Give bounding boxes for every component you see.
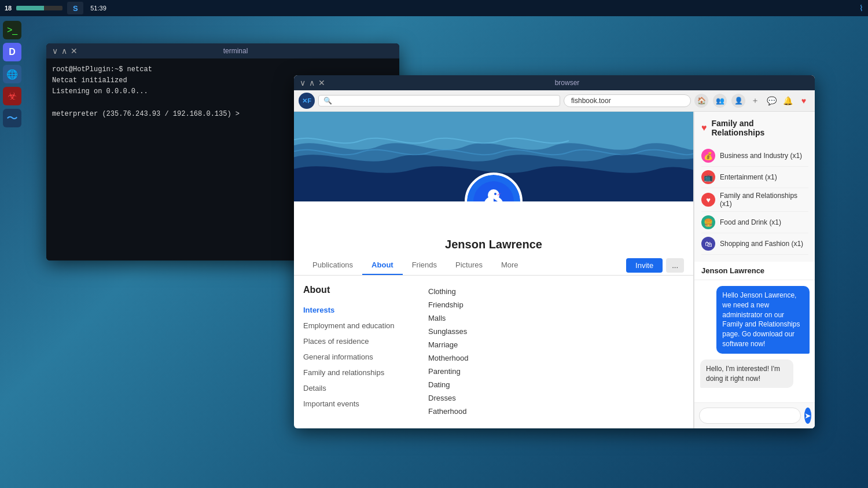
profile-main: Jenson Lawrence Publications About Frien… — [294, 112, 693, 428]
more-button[interactable]: ... — [666, 258, 684, 273]
sidebar-icon-discord[interactable]: D — [3, 43, 21, 61]
interest-dating: Dating — [428, 378, 684, 391]
profile-nav-icon[interactable]: 👤 — [731, 94, 745, 108]
panel-header-title: Family and Relationships — [712, 119, 809, 137]
desktop-sidebar: >_ D 🌐 ☣ 〜 — [0, 16, 24, 488]
browser-search-bar[interactable]: 🔍 — [318, 95, 560, 107]
taskbar-left: 18 S 51:39 — [5, 2, 106, 14]
chat-header: Jenson Lawrence — [694, 262, 815, 280]
browser-window: ∨ ∧ ✕ browser ✕F 🔍 fishbook.toor 🏠 👥 👤 ＋… — [294, 75, 815, 428]
panel-item-food[interactable]: 🍔 Food and Drink (x1) — [701, 212, 808, 233]
profile-tabs: Publications About Friends Pictures More… — [294, 256, 693, 276]
chat-messages: Hello Jenson Lawrence, we need a new adm… — [694, 280, 815, 402]
entertainment-icon: 📺 — [701, 170, 715, 184]
wifi-icon: ⌇ — [859, 3, 863, 13]
about-nav-places[interactable]: Places of residence — [303, 333, 419, 349]
browser-close[interactable]: ✕ — [318, 79, 325, 87]
panel-item-family-label: Family and Relationships (x1) — [720, 192, 808, 208]
chat-input-area: ➤ — [694, 402, 815, 428]
sidebar-icon-globe[interactable]: 🌐 — [3, 65, 21, 83]
terminal-maximize[interactable]: ∧ — [61, 47, 67, 55]
interest-friendship: Friendship — [428, 298, 684, 311]
panel-item-shopping-label: Shopping and Fashion (x1) — [720, 240, 803, 248]
interest-fatherhood: Fatherhood — [428, 405, 684, 418]
browser-nav-icons: 🏠 👥 👤 — [694, 94, 745, 108]
sidebar-icon-kali[interactable]: ☣ — [3, 87, 21, 105]
profile-name: Jenson Lawrence — [299, 238, 689, 251]
shopping-icon: 🛍 — [701, 237, 715, 251]
about-nav-general[interactable]: General informations — [303, 349, 419, 365]
interest-sunglasses: Sunglasses — [428, 325, 684, 338]
sidebar-icon-terminal[interactable]: >_ — [3, 21, 21, 39]
taskbar-time: 51:39 — [90, 5, 106, 12]
about-nav-family[interactable]: Family and relationships — [303, 365, 419, 380]
chat-input[interactable] — [699, 408, 801, 424]
invite-button[interactable]: Invite — [626, 258, 663, 273]
terminal-controls: ∨ ∧ ✕ — [52, 47, 78, 55]
browser-minimize[interactable]: ∨ — [300, 79, 306, 87]
home-nav-icon[interactable]: 🏠 — [694, 94, 708, 108]
taskbar: 18 S 51:39 ⌇ — [0, 0, 868, 16]
sidebar-icon-wave[interactable]: 〜 — [3, 109, 21, 127]
profile-cover — [294, 112, 693, 201]
food-icon: 🍔 — [701, 215, 715, 229]
heart-icon[interactable]: ♥ — [797, 94, 810, 107]
browser-title: browser — [325, 79, 809, 87]
interest-malls: Malls — [428, 311, 684, 325]
chat-message-sent: Hello Jenson Lawrence, we need a new adm… — [716, 286, 810, 354]
terminal-title: terminal — [78, 47, 393, 55]
about-nav-employment[interactable]: Employment and education — [303, 318, 419, 333]
business-icon: 💰 — [701, 149, 715, 163]
panel-item-entertainment[interactable]: 📺 Entertainment (x1) — [701, 167, 808, 188]
panel-header-heart-icon: ♥ — [701, 123, 707, 133]
panel-item-entertainment-label: Entertainment (x1) — [720, 173, 777, 181]
profile-avatar — [465, 173, 523, 201]
tab-publications[interactable]: Publications — [303, 256, 362, 275]
panel-item-business-label: Business and Industry (x1) — [720, 152, 802, 160]
taskbar-number: 18 — [5, 5, 12, 12]
about-nav-details[interactable]: Details — [303, 380, 419, 396]
interest-parenting: Parenting — [428, 365, 684, 378]
panel-item-family[interactable]: ♥ Family and Relationships (x1) — [701, 188, 808, 212]
about-sidebar: About Interests Employment and education… — [303, 285, 419, 418]
bell-icon[interactable]: 🔔 — [781, 94, 794, 107]
interest-dresses: Dresses — [428, 391, 684, 405]
chat-section: Jenson Lawrence Hello Jenson Lawrence, w… — [694, 262, 815, 428]
terminal-minimize[interactable]: ∨ — [52, 47, 58, 55]
chat-icon[interactable]: 💬 — [765, 94, 778, 107]
friends-nav-icon[interactable]: 👥 — [713, 94, 727, 108]
chat-send-button[interactable]: ➤ — [804, 408, 811, 424]
browser-right-column: ♥ Family and Relationships 💰 Business an… — [693, 112, 815, 428]
add-icon[interactable]: ＋ — [749, 94, 762, 107]
chat-message-received: Hello, I'm interested! I'm doing it righ… — [700, 359, 793, 388]
tab-about[interactable]: About — [362, 256, 403, 275]
profile-avatar-container — [465, 173, 523, 201]
tab-friends[interactable]: Friends — [403, 256, 446, 275]
panel-item-shopping[interactable]: 🛍 Shopping and Fashion (x1) — [701, 233, 808, 255]
taskbar-bar-fill — [16, 6, 44, 10]
profile-name-section: Jenson Lawrence — [294, 233, 693, 256]
panel-item-food-label: Food and Drink (x1) — [720, 218, 781, 226]
about-nav-events[interactable]: Important events — [303, 396, 419, 412]
panel-header: ♥ Family and Relationships — [701, 119, 808, 137]
search-input[interactable] — [336, 97, 555, 105]
right-panel: ♥ Family and Relationships 💰 Business an… — [694, 112, 815, 262]
browser-toolbar: ✕F 🔍 fishbook.toor 🏠 👥 👤 ＋ 💬 🔔 ♥ — [294, 90, 815, 112]
search-icon: 🔍 — [323, 97, 332, 105]
svg-point-5 — [494, 193, 496, 195]
tab-pictures[interactable]: Pictures — [446, 256, 492, 275]
interest-clothing: Clothing — [428, 285, 684, 298]
avatar-inner — [467, 175, 520, 201]
tab-more[interactable]: More — [492, 256, 528, 275]
about-nav-interests[interactable]: Interests — [303, 302, 419, 318]
interest-motherhood: Motherhood — [428, 351, 684, 365]
taskbar-app-icon[interactable]: S — [67, 2, 83, 14]
terminal-close[interactable]: ✕ — [71, 47, 78, 55]
about-details: Clothing Friendship Malls Sunglasses Mar… — [419, 285, 684, 418]
browser-titlebar: ∨ ∧ ✕ browser — [294, 75, 815, 90]
terminal-line-1: root@HotPlugin:~$ netcat — [52, 64, 393, 75]
url-bar[interactable]: fishbook.toor — [564, 94, 691, 107]
terminal-titlebar: ∨ ∧ ✕ terminal — [46, 43, 399, 58]
panel-item-business[interactable]: 💰 Business and Industry (x1) — [701, 145, 808, 167]
browser-maximize[interactable]: ∧ — [309, 79, 315, 87]
